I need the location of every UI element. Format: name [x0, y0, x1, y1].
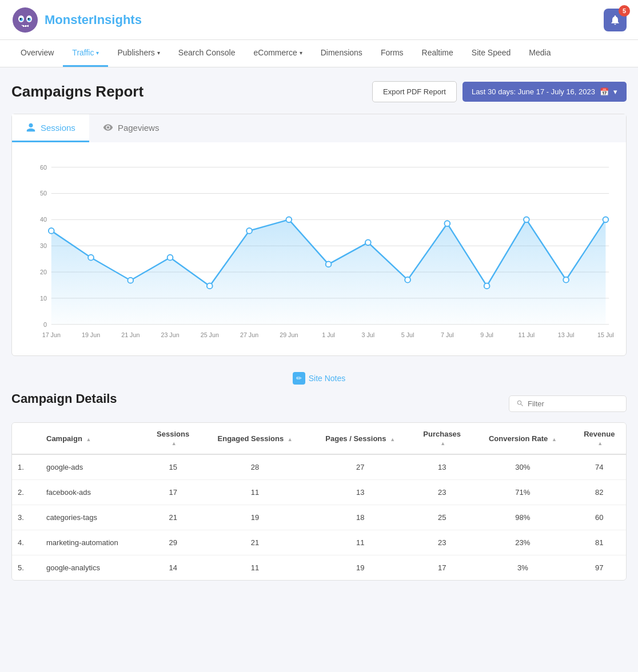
table-row: 3. categories-tags 21 19 18 25 98% 60 [12, 505, 626, 530]
row-sessions: 15 [145, 454, 201, 480]
svg-point-38 [563, 277, 569, 283]
search-icon [516, 399, 524, 407]
row-engaged-sessions: 21 [201, 530, 309, 555]
nav-item-media[interactable]: Media [520, 40, 560, 67]
row-sessions: 29 [145, 530, 201, 555]
site-notes-button[interactable]: ✏ Site Notes [293, 372, 346, 385]
pencil-icon: ✏ [293, 372, 305, 385]
col-header-conversion-rate[interactable]: Conversion Rate ▲ [473, 423, 573, 454]
header-right: 5 [604, 9, 627, 31]
nav-item-publishers[interactable]: Publishers ▾ [108, 40, 169, 67]
sort-icon: ▲ [597, 441, 603, 446]
table-row: 2. facebook-ads 17 11 13 23 71% 82 [12, 480, 626, 505]
svg-point-6 [28, 18, 30, 19]
row-pages-sessions: 18 [309, 505, 411, 530]
svg-point-35 [444, 221, 450, 226]
logo-icon [11, 6, 39, 34]
date-range-button[interactable]: Last 30 days: June 17 - July 16, 2023 📅 … [462, 82, 627, 102]
tab-pageviews[interactable]: Pageviews [89, 114, 626, 142]
col-header-campaign[interactable]: Campaign ▲ [41, 423, 145, 454]
page-header: Campaigns Report Export PDF Report Last … [11, 81, 627, 102]
nav-item-overview[interactable]: Overview [11, 40, 63, 67]
person-icon [26, 122, 36, 133]
row-num: 5. [12, 555, 41, 581]
header: MonsterInsights 5 [0, 0, 638, 40]
nav-item-dimensions[interactable]: Dimensions [312, 40, 372, 67]
nav-item-site-speed[interactable]: Site Speed [462, 40, 520, 67]
row-conversion-rate: 71% [473, 480, 573, 505]
svg-text:27 Jun: 27 Jun [240, 331, 258, 338]
svg-rect-7 [23, 25, 24, 27]
row-conversion-rate: 3% [473, 555, 573, 581]
chart-tabs: Sessions Pageviews [12, 114, 626, 142]
row-campaign: facebook-ads [41, 480, 145, 505]
sort-icon: ▲ [552, 437, 557, 442]
svg-point-34 [405, 277, 410, 283]
svg-point-26 [88, 255, 94, 261]
nav-item-ecommerce[interactable]: eCommerce ▾ [244, 40, 311, 67]
svg-point-5 [20, 18, 22, 19]
svg-point-33 [365, 239, 371, 245]
sessions-chart: 60 50 40 30 20 10 0 [23, 154, 615, 348]
chevron-down-icon: ▾ [96, 50, 99, 56]
row-purchases: 13 [411, 454, 473, 480]
nav-item-forms[interactable]: Forms [372, 40, 413, 67]
row-conversion-rate: 23% [473, 530, 573, 555]
nav-item-realtime[interactable]: Realtime [413, 40, 462, 67]
row-revenue: 81 [573, 530, 626, 555]
row-pages-sessions: 11 [309, 530, 411, 555]
main-content: Campaigns Report Export PDF Report Last … [0, 67, 638, 594]
row-num: 1. [12, 454, 41, 480]
svg-text:23 Jun: 23 Jun [161, 331, 179, 338]
chart-area: 60 50 40 30 20 10 0 [12, 142, 626, 355]
row-conversion-rate: 30% [473, 454, 573, 480]
col-header-engaged-sessions[interactable]: Engaged Sessions ▲ [201, 423, 309, 454]
col-header-sessions[interactable]: Sessions ▲ [145, 423, 201, 454]
row-engaged-sessions: 11 [201, 480, 309, 505]
row-purchases: 23 [411, 480, 473, 505]
chart-section: Sessions Pageviews 60 50 40 [11, 114, 627, 356]
site-notes-row: ✏ Site Notes [11, 365, 627, 391]
svg-text:11 Jul: 11 Jul [519, 331, 535, 338]
svg-point-27 [127, 278, 133, 283]
row-engaged-sessions: 19 [201, 505, 309, 530]
logo-text: MonsterInsights [45, 13, 142, 27]
svg-text:60: 60 [40, 164, 47, 171]
row-engaged-sessions: 11 [201, 555, 309, 581]
row-purchases: 25 [411, 505, 473, 530]
filter-input[interactable] [528, 399, 619, 408]
svg-text:30: 30 [40, 242, 47, 249]
nav-item-search-console[interactable]: Search Console [169, 40, 245, 67]
row-purchases: 23 [411, 530, 473, 555]
notification-button[interactable]: 5 [604, 9, 627, 31]
col-header-revenue[interactable]: Revenue ▲ [573, 423, 626, 454]
svg-point-31 [286, 217, 292, 222]
tab-sessions[interactable]: Sessions [12, 114, 89, 142]
svg-rect-9 [27, 25, 29, 27]
row-pages-sessions: 19 [309, 555, 411, 581]
table-row: 1. google-ads 15 28 27 13 30% 74 [12, 454, 626, 480]
svg-point-29 [207, 283, 213, 289]
row-pages-sessions: 27 [309, 454, 411, 480]
svg-rect-8 [25, 25, 26, 27]
row-sessions: 14 [145, 555, 201, 581]
svg-text:20: 20 [40, 269, 47, 275]
table-row: 5. google-analytics 14 11 19 17 3% 97 [12, 555, 626, 581]
row-campaign: categories-tags [41, 505, 145, 530]
svg-point-30 [246, 228, 252, 234]
row-sessions: 21 [145, 505, 201, 530]
sort-icon: ▲ [172, 441, 177, 446]
svg-text:19 Jun: 19 Jun [82, 331, 100, 338]
row-num: 4. [12, 530, 41, 555]
table-row: 4. marketing-automation 29 21 11 23 23% … [12, 530, 626, 555]
row-pages-sessions: 13 [309, 480, 411, 505]
col-header-pages-sessions[interactable]: Pages / Sessions ▲ [309, 423, 411, 454]
row-campaign: google-analytics [41, 555, 145, 581]
svg-point-0 [13, 7, 38, 33]
nav-item-traffic[interactable]: Traffic ▾ [63, 40, 108, 67]
page-header-actions: Export PDF Report Last 30 days: June 17 … [372, 81, 627, 102]
logo-text-monster: Monster [45, 13, 94, 27]
row-sessions: 17 [145, 480, 201, 505]
export-pdf-button[interactable]: Export PDF Report [372, 81, 457, 102]
col-header-purchases[interactable]: Purchases ▲ [411, 423, 473, 454]
